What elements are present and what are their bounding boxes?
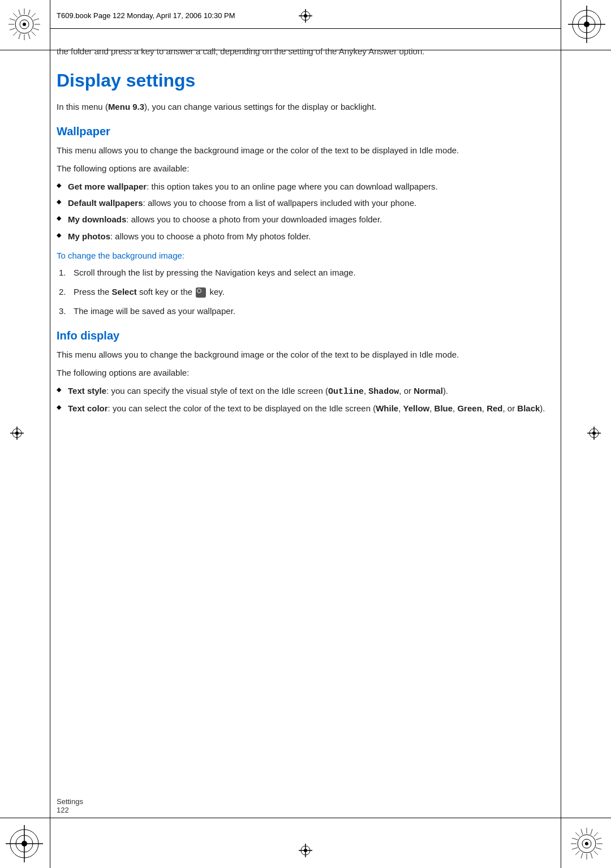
svg-line-14 — [33, 19, 39, 20]
border-left — [50, 0, 50, 868]
section-intro-text1: In this menu ( — [57, 102, 108, 111]
corner-decoration-br — [567, 824, 606, 863]
corner-decoration-tr — [567, 5, 606, 44]
bullet-bold: Get more wallpaper — [68, 182, 147, 191]
step-text-cont: key. — [209, 287, 224, 297]
list-item: The image will be saved as your wallpape… — [57, 304, 554, 318]
bullet-bold: Text style — [68, 386, 106, 396]
wallpaper-bullets: Get more wallpaper: this option takes yo… — [57, 180, 554, 243]
bullet-bold: My photos — [68, 231, 110, 241]
svg-line-10 — [10, 19, 15, 20]
list-item: Press the Select soft key or the key. — [57, 285, 554, 299]
header-separator — [50, 28, 561, 29]
info-display-desc2: The following options are available: — [57, 366, 554, 380]
bullet-text: : allows you to choose a photo from My p… — [110, 231, 311, 241]
svg-line-33 — [575, 832, 579, 836]
svg-point-18 — [23, 23, 26, 26]
list-item: Text style: you can specify the visual s… — [57, 384, 554, 398]
list-item: Text color: you can select the color of … — [57, 402, 554, 415]
step-text: Press the Select soft key or the — [74, 287, 195, 297]
bullet-bold: Default wallpapers — [68, 198, 143, 208]
svg-line-43 — [596, 838, 601, 840]
svg-line-35 — [594, 832, 598, 836]
bullet-text: : you can specify the visual style of te… — [106, 386, 448, 396]
reg-mark-top — [299, 9, 312, 24]
svg-line-38 — [591, 853, 592, 858]
list-item: My downloads: allows you to choose a pho… — [57, 213, 554, 226]
svg-line-34 — [594, 851, 598, 855]
main-content: the folder and press a key to answer a c… — [57, 34, 554, 811]
list-item: Get more wallpaper: this option takes yo… — [57, 180, 554, 193]
reg-mark-bottom — [299, 844, 312, 859]
svg-line-42 — [581, 853, 583, 858]
svg-line-40 — [596, 848, 601, 849]
footer-category: Settings — [57, 797, 554, 806]
page-title: Display settings — [57, 70, 554, 91]
menu-reference: Menu 9.3 — [108, 102, 144, 111]
footer-page-number: 122 — [57, 806, 554, 814]
svg-line-15 — [10, 28, 15, 30]
info-display-bullets: Text style: you can specify the visual s… — [57, 384, 554, 415]
svg-line-39 — [572, 838, 578, 840]
svg-line-36 — [575, 851, 579, 855]
key-icon — [196, 287, 206, 298]
svg-line-41 — [591, 829, 592, 835]
svg-line-13 — [19, 33, 20, 39]
wallpaper-desc1: This menu allows you to change the backg… — [57, 144, 554, 157]
svg-line-9 — [28, 33, 30, 39]
corner-decoration-tl — [5, 5, 44, 44]
wallpaper-desc2: The following options are available: — [57, 162, 554, 175]
intro-paragraph: the folder and press a key to answer a c… — [57, 45, 554, 58]
bullet-text: : this option takes you to an online pag… — [147, 182, 438, 191]
reg-mark-left — [10, 427, 24, 442]
svg-line-8 — [19, 10, 20, 15]
svg-line-5 — [32, 32, 36, 36]
bullet-bold: My downloads — [68, 214, 126, 224]
bullet-text: : allows you to choose from a list of wa… — [143, 198, 417, 208]
svg-line-12 — [28, 10, 30, 15]
section-intro: In this menu (Menu 9.3), you can change … — [57, 100, 554, 114]
list-item: My photos: allows you to choose a photo … — [57, 230, 554, 243]
steps-list: Scroll through the list by pressing the … — [57, 266, 554, 318]
section-intro-text2: ), you can change various settings for t… — [144, 102, 376, 111]
border-right — [561, 0, 561, 868]
info-display-heading: Info display — [57, 329, 554, 342]
list-item: Scroll through the list by pressing the … — [57, 266, 554, 280]
list-item: Default wallpapers: allows you to choose… — [57, 196, 554, 209]
wallpaper-heading: Wallpaper — [57, 125, 554, 138]
bullet-text: : allows you to choose a photo from your… — [126, 214, 382, 224]
svg-line-7 — [13, 32, 17, 36]
subheading-background: To change the background image: — [57, 251, 554, 260]
svg-line-4 — [13, 13, 17, 17]
info-display-desc1: This menu allows you to change the backg… — [57, 348, 554, 362]
svg-line-44 — [572, 848, 578, 849]
bullet-bold: Text color — [68, 403, 108, 413]
footer: Settings 122 — [57, 797, 554, 814]
step-text: Scroll through the list by pressing the … — [74, 268, 356, 277]
border-bottom — [0, 818, 611, 818]
svg-line-37 — [581, 829, 583, 835]
header-text: T609.book Page 122 Monday, April 17, 200… — [57, 11, 235, 20]
svg-line-11 — [33, 28, 39, 30]
reg-mark-right — [587, 427, 601, 442]
bullet-text: : you can select the color of the text t… — [108, 403, 545, 413]
corner-decoration-bl — [5, 824, 44, 863]
svg-line-6 — [32, 13, 36, 17]
step-text: The image will be saved as your wallpape… — [74, 306, 235, 316]
svg-point-47 — [585, 842, 588, 845]
